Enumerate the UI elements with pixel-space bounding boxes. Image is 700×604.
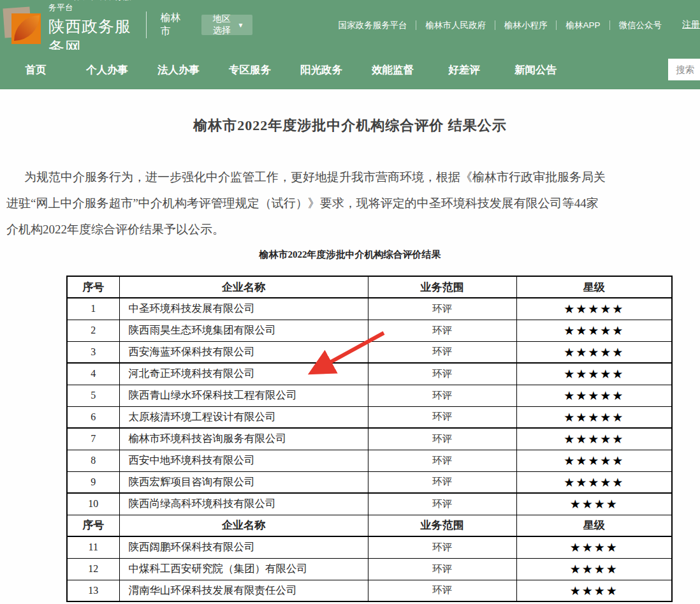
table-row: 6太原核清环境工程设计有限公司环评★★★★★ xyxy=(67,406,672,428)
business-scope: 环评 xyxy=(368,385,516,406)
paragraph-line: 为规范中介服务行为，进一步强化中介监管工作，更好地提升我市营商环境，根据《榆林市… xyxy=(6,164,700,190)
business-scope: 环评 xyxy=(368,580,516,601)
row-seq: 9 xyxy=(67,471,119,493)
company-name: 中圣环境科技发展有限公司 xyxy=(119,298,368,320)
star-rating: ★★★★ xyxy=(516,580,672,601)
business-scope: 环评 xyxy=(368,298,516,320)
company-name: 河北奇正环境科技有限公司 xyxy=(119,363,368,385)
company-name: 中煤科工西安研究院（集团）有限公司 xyxy=(119,558,368,580)
star-rating: ★★★★★ xyxy=(516,341,672,363)
results-table-body: 序号企业名称业务范围星级1中圣环境科技发展有限公司环评★★★★★2陕西雨昊生态环… xyxy=(67,276,672,601)
site-logo[interactable] xyxy=(4,6,41,45)
star-rating: ★★★★★ xyxy=(516,298,672,320)
table-row: 12中煤科工西安研究院（集团）有限公司环评★★★★ xyxy=(67,558,672,580)
search-input[interactable] xyxy=(668,59,700,80)
star-rating: ★★★★ xyxy=(516,536,672,558)
link-wechat-account[interactable]: 微信公众号 xyxy=(610,20,671,30)
row-seq: 12 xyxy=(67,558,119,580)
table-row: 1中圣环境科技发展有限公司环评★★★★★ xyxy=(67,298,672,320)
table-row: 13渭南华山环保科技发展有限责任公司环评★★★★ xyxy=(67,580,672,601)
region-select-label: 地区选择 xyxy=(210,13,233,36)
page-title: 榆林市2022年度涉批中介机构综合评价 结果公示 xyxy=(0,116,700,135)
link-city-app[interactable]: 榆林APP xyxy=(557,20,609,30)
company-name: 西安海蓝环保科技有限公司 xyxy=(119,341,368,363)
row-seq: 4 xyxy=(67,363,119,385)
table-row: 9陕西宏辉项目咨询有限公司环评★★★★★ xyxy=(67,471,672,493)
row-seq: 1 xyxy=(67,298,119,320)
nav-item-special-zone[interactable]: 专区服务 xyxy=(214,50,286,89)
row-seq: 13 xyxy=(67,580,119,601)
business-scope: 环评 xyxy=(368,558,516,580)
business-scope: 环评 xyxy=(368,450,516,471)
row-seq: 8 xyxy=(67,450,119,471)
nav-item-open-government[interactable]: 阳光政务 xyxy=(286,50,357,89)
star-rating: ★★★★★ xyxy=(516,385,672,406)
chevron-down-icon: ▼ xyxy=(238,22,244,29)
business-scope: 环评 xyxy=(368,363,516,385)
star-rating: ★★★★★ xyxy=(516,363,672,385)
column-header: 业务范围 xyxy=(368,276,516,298)
company-name: 渭南华山环保科技发展有限责任公司 xyxy=(119,580,368,601)
column-header: 序号 xyxy=(67,276,119,298)
company-name: 陕西宏辉项目咨询有限公司 xyxy=(119,471,368,493)
star-rating: ★★★★★ xyxy=(516,428,672,450)
table-row: 11陕西阔鹏环保科技有限公司环评★★★★ xyxy=(67,536,672,558)
nav-item-personal[interactable]: 个人办事 xyxy=(71,50,143,89)
business-scope: 环评 xyxy=(368,341,516,363)
company-name: 陕西青山绿水环保科技工程有限公司 xyxy=(119,385,368,406)
region-select-button[interactable]: 地区选择 ▼ xyxy=(201,15,252,35)
business-scope: 环评 xyxy=(368,493,516,515)
column-header: 序号 xyxy=(67,515,119,536)
column-header: 星级 xyxy=(516,276,672,298)
platform-label: 全国一体化在线政务服务平台 xyxy=(48,0,132,13)
link-national-platform[interactable]: 国家政务服务平台 xyxy=(329,20,416,30)
business-scope: 环评 xyxy=(368,428,516,450)
main-navigation: 首页 个人办事 法人办事 专区服务 阳光政务 效能监督 好差评 新闻公告 xyxy=(0,50,700,89)
row-seq: 11 xyxy=(67,536,119,558)
company-name: 榆林市环境科技咨询服务有限公司 xyxy=(119,428,368,450)
nav-item-legal-person[interactable]: 法人办事 xyxy=(143,50,214,89)
column-header: 企业名称 xyxy=(119,276,368,298)
business-scope: 环评 xyxy=(368,471,516,493)
header-divider xyxy=(146,11,147,38)
star-rating: ★★★★ xyxy=(516,558,672,580)
star-rating: ★★★★★ xyxy=(516,471,672,493)
top-links: 国家政务服务平台 榆林市人民政府 榆林小程序 榆林APP 微信公众号 xyxy=(329,20,671,30)
nav-item-efficiency[interactable]: 效能监督 xyxy=(357,50,428,89)
star-rating: ★★★★ xyxy=(516,493,672,515)
row-seq: 2 xyxy=(67,320,119,341)
link-mini-program[interactable]: 榆林小程序 xyxy=(495,20,557,30)
company-name: 西安中地环境科技有限公司 xyxy=(119,450,368,471)
row-seq: 6 xyxy=(67,406,119,428)
current-city-label: 榆林市 xyxy=(161,11,183,38)
top-header-bar: 全国一体化在线政务服务平台 陕西政务服务网 榆林市 地区选择 ▼ 国家政务服务平… xyxy=(0,0,700,50)
table-row: 2陕西雨昊生态环境集团有限公司环评★★★★★ xyxy=(67,320,672,341)
table-row: 7榆林市环境科技咨询服务有限公司环评★★★★★ xyxy=(67,428,672,450)
table-row: 3西安海蓝环保科技有限公司环评★★★★★ xyxy=(67,341,672,363)
table-caption: 榆林市2022年度涉批中介机构综合评价结果 xyxy=(0,249,700,261)
nav-item-rating[interactable]: 好差评 xyxy=(428,50,500,89)
star-rating: ★★★★★ xyxy=(516,450,672,471)
column-header: 星级 xyxy=(516,515,672,536)
nav-item-news[interactable]: 新闻公告 xyxy=(500,50,571,89)
column-header: 业务范围 xyxy=(368,515,516,536)
star-rating: ★★★★★ xyxy=(516,320,672,341)
company-name: 陕西尚绿高科环境科技有限公司 xyxy=(119,493,368,515)
company-name: 陕西雨昊生态环境集团有限公司 xyxy=(119,320,368,341)
row-seq: 3 xyxy=(67,341,119,363)
row-seq: 5 xyxy=(67,385,119,406)
table-header-row: 序号企业名称业务范围星级 xyxy=(67,515,672,536)
register-link[interactable]: 注册 xyxy=(682,19,700,31)
table-row: 8西安中地环境科技有限公司环评★★★★★ xyxy=(67,450,672,471)
business-scope: 环评 xyxy=(368,536,516,558)
nav-item-home[interactable]: 首页 xyxy=(0,50,71,89)
announcement-paragraph: 为规范中介服务行为，进一步强化中介监管工作，更好地提升我市营商环境，根据《榆林市… xyxy=(6,164,700,242)
business-scope: 环评 xyxy=(368,320,516,341)
row-seq: 7 xyxy=(67,428,119,450)
link-city-government[interactable]: 榆林市人民政府 xyxy=(416,20,495,30)
table-row: 10陕西尚绿高科环境科技有限公司环评★★★★ xyxy=(67,493,672,515)
article-content: 榆林市2022年度涉批中介机构综合评价 结果公示 为规范中介服务行为，进一步强化… xyxy=(0,89,700,604)
paragraph-line: 进驻“网上中介服务超市”中介机构考评管理规定（试行）》要求，现将评定的中圣环境科… xyxy=(6,190,700,216)
company-name: 陕西阔鹏环保科技有限公司 xyxy=(119,536,368,558)
table-header-row: 序号企业名称业务范围星级 xyxy=(67,276,672,298)
